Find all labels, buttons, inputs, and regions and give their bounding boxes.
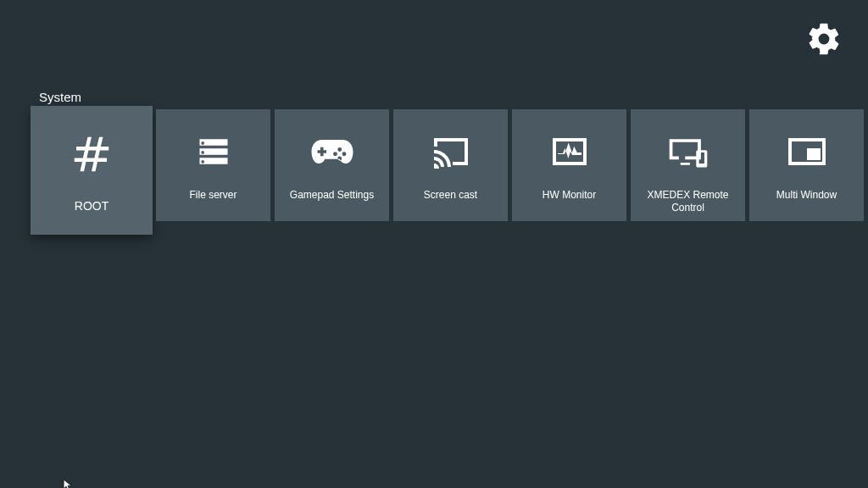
gear-icon bbox=[805, 20, 843, 58]
server-icon bbox=[195, 128, 232, 175]
tile-gamepad[interactable]: Gamepad Settings bbox=[275, 109, 389, 221]
tile-label: Multi Window bbox=[771, 189, 842, 202]
heartbeat-icon bbox=[549, 128, 590, 175]
tile-root[interactable]: ROOT bbox=[31, 106, 153, 235]
gamepad-icon bbox=[309, 128, 356, 175]
tile-hw-monitor[interactable]: HW Monitor bbox=[512, 109, 626, 221]
cast-icon bbox=[431, 128, 471, 175]
tile-label: XMEDEX Remote Control bbox=[631, 189, 745, 214]
tile-label: ROOT bbox=[70, 199, 114, 214]
tile-label: File server bbox=[184, 189, 242, 202]
tile-remote[interactable]: XMEDEX Remote Control bbox=[631, 109, 745, 221]
settings-button[interactable] bbox=[805, 20, 843, 61]
mouse-cursor bbox=[63, 479, 75, 488]
tile-label: Screen cast bbox=[419, 189, 482, 202]
tile-label: Gamepad Settings bbox=[285, 189, 379, 202]
multiwin-icon bbox=[787, 128, 827, 175]
tile-label: HW Monitor bbox=[537, 189, 601, 202]
system-row: ROOT File server Gamepad Settings Screen… bbox=[39, 109, 868, 235]
tile-multi-window[interactable]: Multi Window bbox=[749, 109, 864, 221]
remote-icon bbox=[666, 128, 710, 175]
section-title: System bbox=[39, 90, 81, 104]
hash-icon bbox=[69, 128, 114, 180]
tile-screen-cast[interactable]: Screen cast bbox=[393, 109, 508, 221]
tile-file-server[interactable]: File server bbox=[156, 109, 270, 221]
